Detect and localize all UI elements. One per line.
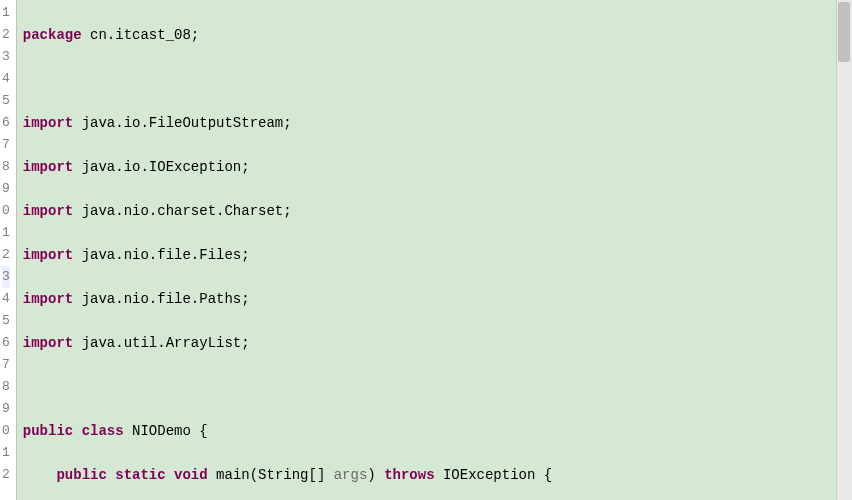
line-number: 6 [2,112,10,134]
parameter: args [334,467,368,483]
keyword: public [23,423,73,439]
line-number: 4 [2,288,10,310]
line-number: 9 [2,178,10,200]
code-text: main(String[] [208,467,334,483]
line-number: 5 [2,90,10,112]
vertical-scrollbar[interactable] [836,0,852,500]
code-line[interactable] [23,376,852,398]
code-text: ) [367,467,384,483]
code-text: java.util.ArrayList; [73,335,249,351]
keyword: import [23,203,73,219]
code-line[interactable]: import java.nio.file.Paths; [23,288,852,310]
line-number: 7 [2,354,10,376]
code-line[interactable]: import java.io.FileOutputStream; [23,112,852,134]
code-line[interactable]: import java.io.IOException; [23,156,852,178]
code-text: java.nio.file.Files; [73,247,249,263]
line-number: 5 [2,310,10,332]
keyword: public [56,467,106,483]
line-number: 8 [2,376,10,398]
code-text: java.nio.charset.Charset; [73,203,291,219]
line-number-gutter: 1 2 3 4 5 6 7 8 9 0 1 2 3 4 5 6 7 8 9 0 … [0,0,17,500]
code-line[interactable]: package cn.itcast_08; [23,24,852,46]
line-number: 8 [2,156,10,178]
code-line[interactable]: import java.nio.file.Files; [23,244,852,266]
keyword: package [23,27,82,43]
line-number: 3 [2,266,10,288]
code-text: IOException { [435,467,553,483]
line-number: 3 [2,46,10,68]
line-number: 2 [2,24,10,46]
indent [23,467,57,483]
keyword: class [73,423,123,439]
line-number: 2 [2,244,10,266]
scrollbar-thumb[interactable] [838,2,850,62]
line-number: 6 [2,332,10,354]
code-line[interactable]: public static void main(String[] args) t… [23,464,852,486]
line-number: 2 [2,464,10,486]
code-text: java.io.IOException; [73,159,249,175]
line-number: 4 [2,68,10,90]
line-number: 1 [2,222,10,244]
keyword: static [107,467,166,483]
keyword: import [23,247,73,263]
line-number: 9 [2,398,10,420]
line-number: 0 [2,420,10,442]
keyword: throws [384,467,434,483]
line-number: 0 [2,200,10,222]
keyword: import [23,115,73,131]
keyword: void [166,467,208,483]
keyword: import [23,291,73,307]
code-text: cn.itcast_08; [82,27,200,43]
code-line[interactable]: import java.nio.charset.Charset; [23,200,852,222]
line-number: 1 [2,2,10,24]
code-text: java.nio.file.Paths; [73,291,249,307]
code-line[interactable]: import java.util.ArrayList; [23,332,852,354]
code-text: java.io.FileOutputStream; [73,115,291,131]
code-line[interactable] [23,68,852,90]
line-number: 1 [2,442,10,464]
code-text: NIODemo { [124,423,208,439]
line-number: 7 [2,134,10,156]
code-line[interactable]: public class NIODemo { [23,420,852,442]
keyword: import [23,159,73,175]
keyword: import [23,335,73,351]
code-editor[interactable]: package cn.itcast_08; import java.io.Fil… [17,0,852,500]
